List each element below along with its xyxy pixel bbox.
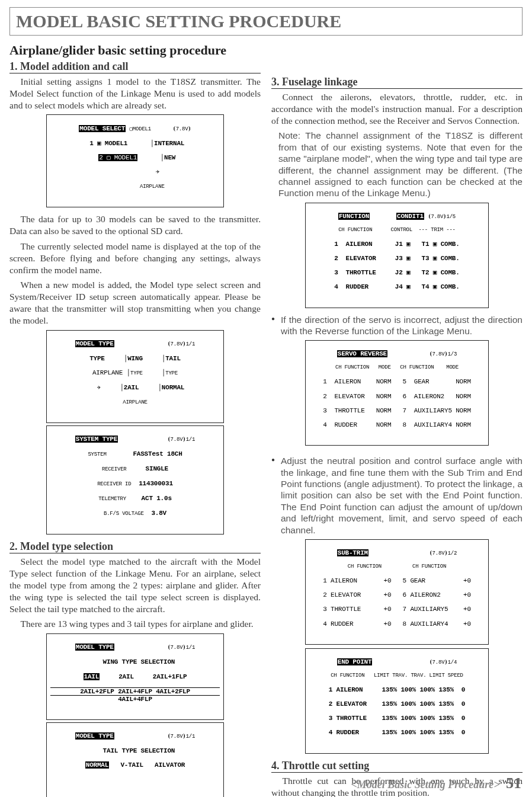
section-2-para-2: There are 13 wing types and 3 tail types… — [9, 618, 261, 630]
section-3-para-1: Connect the ailerons, elevators, throttl… — [271, 91, 523, 126]
lcd-wing-selection: MODEL TYPE ⦗7.8V⦘1/1 WING TYPE SELECTION… — [46, 633, 224, 720]
lcd-model-select: MODEL SELECT ▢MODEL1 ⦗7.8V⦘ 1 ▣ MODEL1 │… — [46, 114, 224, 207]
section-1-para-3: The currently selected model name is dis… — [9, 241, 261, 276]
section-3-bullet-2: Adjust the neutral position and control … — [271, 455, 523, 536]
footer-label: <Model Basic Setting Procedure> — [351, 779, 499, 790]
lcd-end-point: END POINT ⦗7.8V⦘1/4 CH FUNCTION LIMIT TR… — [305, 648, 489, 754]
lcd-function: FUNCTION CONDIT1 ⦗7.8V⦘1/5 CH FUNCTION C… — [305, 203, 489, 308]
page-sub-title: Airplane/glider basic setting procedure — [9, 43, 523, 58]
section-4-heading: 4. Throttle cut setting — [271, 760, 523, 773]
section-1-para-4: When a new model is added, the Model typ… — [9, 279, 261, 326]
page-main-title: MODEL BASIC SETTING PROCEDURE — [9, 7, 523, 36]
lcd-sub-trim: SUB-TRIM ⦗7.8V⦘1/2 CH FUNCTION CH FUNCTI… — [305, 539, 489, 645]
lcd-system-type: SYSTEM TYPE ⦗7.8V⦘1/1 SYSTEM FASSTest 18… — [46, 425, 224, 534]
section-1-para-1: Initial setting assigns 1 model to the T… — [9, 76, 261, 111]
airplane-icon: ✈ — [97, 384, 101, 391]
section-2-para-1: Select the model type matched to the air… — [9, 556, 261, 614]
lcd-tail-selection: MODEL TYPE ⦗7.8V⦘1/1 TAIL TYPE SELECTION… — [46, 722, 224, 797]
section-3-bullet-1: If the direction of the servo is incorre… — [271, 314, 523, 337]
section-1-para-2: The data for up to 30 models can be save… — [9, 213, 261, 237]
page-footer: <Model Basic Setting Procedure> 51 — [351, 774, 521, 792]
left-column: 1. Model addition and call Initial setti… — [9, 59, 261, 797]
section-3-note: Note: The channel assignment of the T18S… — [278, 130, 523, 199]
section-2-heading: 2. Model type selection — [9, 540, 261, 553]
page-number: 51 — [506, 774, 521, 792]
lcd-servo-reverse: SERVO REVERSE ⦗7.8V⦘1/3 CH FUNCTION MODE… — [305, 340, 489, 446]
lcd-model-type: MODEL TYPE ⦗7.8V⦘1/1 TYPE │WING │TAIL AI… — [46, 330, 224, 424]
section-1-heading: 1. Model addition and call — [9, 60, 261, 73]
section-3-heading: 3. Fuselage linkage — [271, 76, 523, 89]
right-column: 3. Fuselage linkage Connect the ailerons… — [271, 59, 523, 797]
airplane-icon: ✈ — [156, 168, 159, 175]
two-column-layout: 1. Model addition and call Initial setti… — [9, 59, 523, 797]
